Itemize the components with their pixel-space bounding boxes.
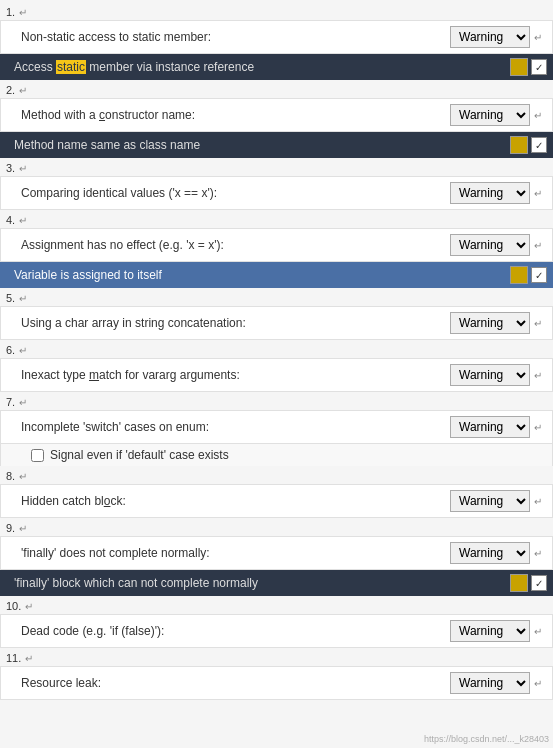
highlight-checkbox-4[interactable] — [531, 267, 547, 283]
section-5: 5.↵Using a char array in string concaten… — [0, 290, 553, 340]
setting-row-9: 'finally' does not complete normally:Ign… — [0, 536, 553, 570]
return-symbol: ↵ — [19, 215, 27, 226]
section-number-9: 9.↵ — [0, 520, 553, 536]
return-symbol: ↵ — [19, 85, 27, 96]
warning-dropdown-8[interactable]: IgnoreWarningError — [450, 490, 530, 512]
highlight-row-4: Variable is assigned to itself — [0, 262, 553, 288]
settings-container: 1.↵Non-static access to static member:Ig… — [0, 0, 553, 706]
highlight-checkbox-1[interactable] — [531, 59, 547, 75]
sub-checkbox-7[interactable] — [31, 449, 44, 462]
section-number-3: 3.↵ — [0, 160, 553, 176]
scroll-arrow-6: ↵ — [534, 370, 542, 381]
section-6: 6.↵Inexact type match for vararg argumen… — [0, 342, 553, 392]
highlight-checkbox-9[interactable] — [531, 575, 547, 591]
highlight-actions-1 — [510, 58, 547, 76]
warning-dropdown-3[interactable]: IgnoreWarningError — [450, 182, 530, 204]
section-number-2: 2.↵ — [0, 82, 553, 98]
setting-label-8: Hidden catch block: — [21, 494, 450, 508]
return-symbol: ↵ — [19, 7, 27, 18]
section-number-6: 6.↵ — [0, 342, 553, 358]
section-1: 1.↵Non-static access to static member:Ig… — [0, 4, 553, 80]
color-swatch-4[interactable] — [510, 266, 528, 284]
color-swatch-1[interactable] — [510, 58, 528, 76]
scroll-arrow-11: ↵ — [534, 678, 542, 689]
highlight-label-4: Variable is assigned to itself — [10, 268, 510, 282]
warning-dropdown-5[interactable]: IgnoreWarningError — [450, 312, 530, 334]
setting-label-3: Comparing identical values ('x == x'): — [21, 186, 450, 200]
section-4: 4.↵Assignment has no effect (e.g. 'x = x… — [0, 212, 553, 288]
setting-label-7: Incomplete 'switch' cases on enum: — [21, 420, 450, 434]
warning-dropdown-2[interactable]: IgnoreWarningError — [450, 104, 530, 126]
scroll-arrow-5: ↵ — [534, 318, 542, 329]
section-9: 9.↵'finally' does not complete normally:… — [0, 520, 553, 596]
return-symbol: ↵ — [19, 471, 27, 482]
section-10: 10.↵Dead code (e.g. 'if (false)'):Ignore… — [0, 598, 553, 648]
section-number-5: 5.↵ — [0, 290, 553, 306]
highlight-actions-4 — [510, 266, 547, 284]
section-number-4: 4.↵ — [0, 212, 553, 228]
return-symbol: ↵ — [19, 397, 27, 408]
color-swatch-2[interactable] — [510, 136, 528, 154]
setting-label-10: Dead code (e.g. 'if (false)'): — [21, 624, 450, 638]
dropdown-wrapper-5: IgnoreWarningError — [450, 312, 530, 334]
warning-dropdown-9[interactable]: IgnoreWarningError — [450, 542, 530, 564]
scroll-arrow-8: ↵ — [534, 496, 542, 507]
highlight-row-1: Access static member via instance refere… — [0, 54, 553, 80]
setting-label-11: Resource leak: — [21, 676, 450, 690]
dropdown-wrapper-9: IgnoreWarningError — [450, 542, 530, 564]
section-8: 8.↵Hidden catch block:IgnoreWarningError… — [0, 468, 553, 518]
return-symbol: ↵ — [19, 345, 27, 356]
setting-label-5: Using a char array in string concatenati… — [21, 316, 450, 330]
scroll-arrow-4: ↵ — [534, 240, 542, 251]
highlight-checkbox-2[interactable] — [531, 137, 547, 153]
scroll-arrow-3: ↵ — [534, 188, 542, 199]
highlight-actions-2 — [510, 136, 547, 154]
section-11: 11.↵Resource leak:IgnoreWarningError↵ — [0, 650, 553, 700]
warning-dropdown-4[interactable]: IgnoreWarningError — [450, 234, 530, 256]
number-label: 1. — [6, 6, 15, 18]
setting-row-8: Hidden catch block:IgnoreWarningError↵ — [0, 484, 553, 518]
scroll-arrow-1: ↵ — [534, 32, 542, 43]
scroll-arrow-2: ↵ — [534, 110, 542, 121]
warning-dropdown-1[interactable]: IgnoreWarningError — [450, 26, 530, 48]
return-symbol: ↵ — [19, 163, 27, 174]
dropdown-wrapper-2: IgnoreWarningError — [450, 104, 530, 126]
dropdown-wrapper-1: IgnoreWarningError — [450, 26, 530, 48]
number-label: 2. — [6, 84, 15, 96]
dropdown-wrapper-10: IgnoreWarningError — [450, 620, 530, 642]
sub-row-7: Signal even if 'default' case exists — [0, 444, 553, 466]
setting-row-6: Inexact type match for vararg arguments:… — [0, 358, 553, 392]
warning-dropdown-6[interactable]: IgnoreWarningError — [450, 364, 530, 386]
color-swatch-9[interactable] — [510, 574, 528, 592]
number-label: 9. — [6, 522, 15, 534]
setting-label-6: Inexact type match for vararg arguments: — [21, 368, 450, 382]
setting-row-10: Dead code (e.g. 'if (false)'):IgnoreWarn… — [0, 614, 553, 648]
warning-dropdown-7[interactable]: IgnoreWarningError — [450, 416, 530, 438]
highlight-actions-9 — [510, 574, 547, 592]
number-label: 5. — [6, 292, 15, 304]
watermark: https://blog.csdn.net/..._k28403 — [424, 734, 549, 744]
setting-row-7: Incomplete 'switch' cases on enum:Ignore… — [0, 410, 553, 444]
setting-label-2: Method with a constructor name: — [21, 108, 450, 122]
setting-label-4: Assignment has no effect (e.g. 'x = x'): — [21, 238, 450, 252]
dropdown-wrapper-11: IgnoreWarningError — [450, 672, 530, 694]
scroll-arrow-10: ↵ — [534, 626, 542, 637]
highlight-label-1: Access static member via instance refere… — [10, 60, 510, 74]
setting-row-1: Non-static access to static member:Ignor… — [0, 20, 553, 54]
setting-label-9: 'finally' does not complete normally: — [21, 546, 450, 560]
number-label: 11. — [6, 652, 21, 664]
setting-row-11: Resource leak:IgnoreWarningError↵ — [0, 666, 553, 700]
section-7: 7.↵Incomplete 'switch' cases on enum:Ign… — [0, 394, 553, 466]
number-label: 7. — [6, 396, 15, 408]
number-label: 10. — [6, 600, 21, 612]
section-number-10: 10.↵ — [0, 598, 553, 614]
dropdown-wrapper-7: IgnoreWarningError — [450, 416, 530, 438]
warning-dropdown-11[interactable]: IgnoreWarningError — [450, 672, 530, 694]
section-number-7: 7.↵ — [0, 394, 553, 410]
return-symbol: ↵ — [25, 601, 33, 612]
warning-dropdown-10[interactable]: IgnoreWarningError — [450, 620, 530, 642]
number-label: 6. — [6, 344, 15, 356]
return-symbol: ↵ — [25, 653, 33, 664]
dropdown-wrapper-4: IgnoreWarningError — [450, 234, 530, 256]
highlight-row-2: Method name same as class name — [0, 132, 553, 158]
